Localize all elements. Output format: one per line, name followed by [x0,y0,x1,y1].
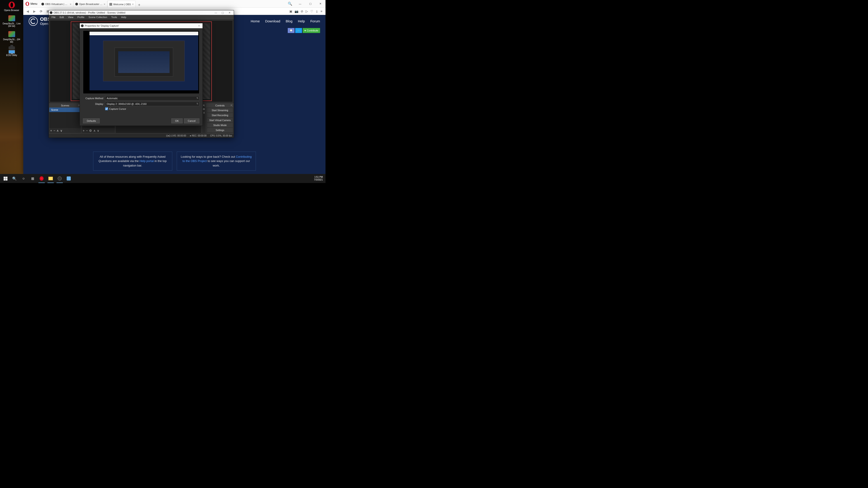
down-icon[interactable]: ∨ [97,129,99,132]
add-icon[interactable]: + [50,129,52,132]
studio-mode-button[interactable]: Studio Mode [207,123,233,127]
scenes-list[interactable]: Scene [49,107,81,128]
menu-profile[interactable]: Profile [75,15,86,19]
menu-view[interactable]: View [66,15,75,19]
menu-file[interactable]: File [50,15,57,19]
scenes-panel: Scenes⇱ Scene + − ∧ ∨ [49,103,81,133]
close-tab-icon[interactable]: × [103,2,105,6]
capture-method-select[interactable]: Automatic [105,96,199,101]
menu-tools[interactable]: Tools [110,15,119,19]
start-button[interactable] [1,174,10,183]
easy-setup-icon[interactable]: ≡ [320,9,322,13]
camera-icon[interactable]: 📷 [294,9,298,13]
remove-icon[interactable]: − [53,129,55,132]
downloads-icon[interactable]: ⤓ [315,9,318,13]
menu-scene-collection[interactable]: Scene Collection [87,15,109,19]
obs-menubar: File Edit View Profile Scene Collection … [49,15,234,20]
maximize-button[interactable]: ▢ [305,0,315,7]
adblock-icon[interactable]: ⊘ [301,9,303,13]
nav-help[interactable]: Help [298,19,305,23]
menu-help[interactable]: Help [119,15,128,19]
tab-title: Open Broadcaster Softwar... [79,3,102,5]
opera-menu-button[interactable]: Menu [23,0,39,7]
start-virtual-camera-button[interactable]: Start Virtual Camera [207,118,233,123]
popout-icon[interactable]: ⇱ [203,104,205,107]
remove-icon[interactable]: − [86,129,88,132]
tab-open-broadcaster[interactable]: Open Broadcaster Softwar... × [73,1,107,7]
help-portal-link[interactable]: Help portal [140,159,154,163]
tab-welcome-obs[interactable]: Welcome | OBS × [107,1,135,7]
contribute-button[interactable]: ♥ Contribute [303,28,320,33]
display-label: Display [83,103,103,105]
nav-home[interactable]: Home [251,19,260,23]
taskbar-obs[interactable] [55,174,64,183]
defaults-button[interactable]: Defaults [83,119,100,123]
contribute-label: Contribute [307,29,318,32]
back-button[interactable]: ◀ [25,9,30,14]
menu-label: Menu [31,2,37,5]
gear-icon[interactable]: ⚙ [203,108,205,111]
live-status: ((●)) LIVE: 00:00:00 [166,134,186,137]
menu-edit[interactable]: Edit [58,15,66,19]
heart-icon[interactable]: ♡ [310,9,313,13]
cortana-button[interactable]: ○ [19,174,28,183]
vpn-icon[interactable]: ▷ [306,9,308,13]
search-tabs-icon[interactable]: 🔍 [285,0,295,7]
controls-panel: Controls⇱ Start Streaming Start Recordin… [206,103,234,133]
forward-button[interactable]: ▶ [32,9,37,14]
nav-blog[interactable]: Blog [286,19,292,23]
obs-status-bar: ((●)) LIVE: 00:00:00 ● REC: 00:00:00 CPU… [49,133,234,138]
start-recording-button[interactable]: Start Recording [207,113,233,118]
up-icon[interactable]: ∧ [93,129,96,132]
cancel-button[interactable]: Cancel [184,119,199,123]
tab-obs-virtualcam[interactable]: OBS Virtualcam | OBS Foru... × [39,1,73,7]
minimize-button[interactable]: — [213,11,219,14]
taskbar-app[interactable] [64,174,73,183]
desktop-icon-eos[interactable]: EOS Utility [1,46,22,57]
desktop-icon-opera[interactable]: Opera Browser [1,1,22,12]
popout-icon[interactable]: ⇱ [230,104,232,107]
clock-date: 7/3/2021 [314,178,323,181]
new-tab-button[interactable]: + [135,3,143,7]
discord-button[interactable]: 💬 [288,28,294,33]
scene-item[interactable]: Scene [49,107,81,112]
close-button[interactable]: ✕ [315,0,326,7]
help-card: All of these resources along with Freque… [93,152,172,171]
desktop-icon-dss-live[interactable]: DeepSkySt... Live (64 bit) [1,14,22,28]
up-icon[interactable]: ∧ [57,129,59,132]
capture-cursor-label: Capture Cursor [109,107,126,110]
icon-label: Opera Browser [4,9,19,11]
nav-forum[interactable]: Forum [310,19,320,23]
capture-cursor-checkbox[interactable] [105,107,108,110]
add-icon[interactable]: + [83,129,85,132]
desktop-icon-dss[interactable]: DeepSkySt... (64 bit) [1,30,22,43]
twitter-button[interactable]: 🐦 [295,28,302,33]
down-icon[interactable]: ∨ [60,129,62,132]
task-view-button[interactable]: ⊞ [28,174,37,183]
close-button[interactable]: ✕ [226,11,233,14]
properties-titlebar[interactable]: Properties for 'Display Capture' ✕ [80,23,203,28]
ok-button[interactable]: OK [171,119,183,123]
obs-icon [81,24,84,27]
taskbar-opera[interactable] [37,174,46,183]
system-tray[interactable]: 1:51 PM 7/3/2021 [314,176,324,181]
taskbar-explorer[interactable] [46,174,55,183]
close-tab-icon[interactable]: × [70,2,71,6]
updown-icon[interactable]: ⇕ [203,111,205,114]
display-select[interactable]: Display 2: 3840x2160 @ -434,-2160 [105,102,199,106]
obs-titlebar[interactable]: OBS 27.0.1 (64-bit, windows) - Profile: … [49,10,234,15]
gear-icon[interactable]: ⚙ [89,129,92,132]
minimize-button[interactable]: — [295,0,305,7]
card-text: Looking for ways to give back? Check out [181,155,236,158]
start-streaming-button[interactable]: Start Streaming [207,108,233,112]
close-button[interactable]: ✕ [197,24,202,27]
reload-button[interactable]: ⟳ [39,9,43,14]
info-cards: All of these resources along with Freque… [93,152,256,171]
search-button[interactable]: 🔍 [10,174,19,183]
nav-download[interactable]: Download [265,19,280,23]
close-tab-icon[interactable]: × [132,2,134,6]
maximize-button[interactable]: ▢ [219,11,226,14]
settings-button[interactable]: Settings [207,128,233,132]
snapshot-icon[interactable]: ▣ [289,9,292,13]
toolbar-actions: ▣ 📷 ⊘ ▷ ♡ ⤓ ≡ [288,9,324,13]
